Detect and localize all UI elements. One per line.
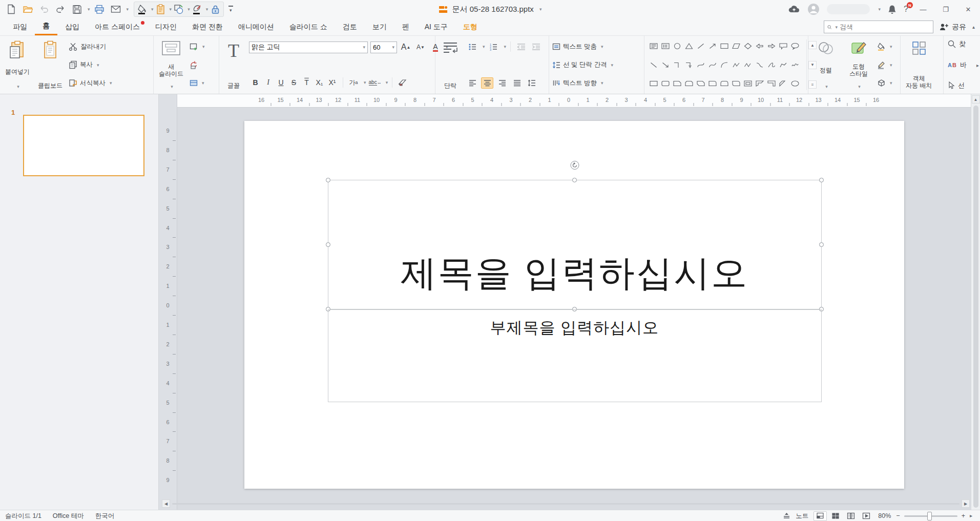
shape-arrow-2[interactable] <box>659 58 671 72</box>
shape-freeform[interactable] <box>730 58 742 72</box>
underline-button[interactable]: U <box>275 77 287 88</box>
resize-handle-w[interactable] <box>326 242 330 247</box>
copy-button[interactable]: 복사 ▾ <box>69 59 112 71</box>
menu-item-검토[interactable]: 검토 <box>335 18 365 35</box>
search-input[interactable] <box>840 23 930 31</box>
notes-label[interactable]: 노트 <box>796 512 808 520</box>
scroll-right-arrow[interactable]: ▶ <box>962 499 970 508</box>
shape-arrow[interactable] <box>706 39 718 53</box>
menu-item-AI 도구[interactable]: AI 도구 <box>417 18 455 35</box>
title-placeholder-box[interactable]: 제목을 입력하십시오 <box>328 180 822 309</box>
cloud-sync-icon[interactable] <box>788 5 800 14</box>
resize-handle-n[interactable] <box>572 178 577 182</box>
align-left-button[interactable] <box>466 77 478 89</box>
shape-s-curve[interactable] <box>754 58 765 72</box>
find-button[interactable]: 찾 <box>948 39 979 49</box>
arrange-button[interactable]: 정렬 ▾ <box>811 39 840 90</box>
text-align-button[interactable]: 텍스트 맞춤 ▾ <box>552 40 641 53</box>
character-spacing-button[interactable]: abc↔ <box>369 77 382 88</box>
fill-color-dropdown-arrow[interactable]: ▾ <box>151 7 154 12</box>
shape-curve[interactable] <box>706 58 718 72</box>
font-family-value[interactable] <box>252 44 361 51</box>
bold-button[interactable]: B <box>249 77 262 88</box>
italic-button[interactable]: I <box>262 77 275 88</box>
clipboard-button[interactable]: 클립보드 <box>36 39 65 90</box>
account-dropdown-arrow[interactable]: ▾ <box>879 7 881 12</box>
shape-effects-dropdown-arrow[interactable]: ▾ <box>890 80 892 86</box>
clipboard-tool-button[interactable] <box>154 3 168 16</box>
superscript-button[interactable]: X¹ <box>326 77 339 88</box>
scroll-up-arrow[interactable]: ▲ <box>972 95 980 103</box>
help-button[interactable]: ?N <box>904 5 908 14</box>
shape-fill-dropdown-arrow[interactable]: ▾ <box>890 44 892 49</box>
menu-item-슬라이드 쇼[interactable]: 슬라이드 쇼 <box>282 18 335 35</box>
slide-layout-button[interactable]: ▾ <box>190 40 205 53</box>
shape-tool-dropdown-arrow[interactable]: ▾ <box>187 7 190 12</box>
shape-round-same-side-rectangle[interactable] <box>718 77 730 90</box>
vertical-scroll-thumb[interactable] <box>973 106 978 508</box>
shape-style-dropdown-arrow[interactable]: ▾ <box>858 84 861 89</box>
auto-place-button[interactable]: 객체자동 배치 <box>904 39 934 90</box>
title-placeholder-text[interactable]: 제목을 입력하십시오 <box>401 249 748 309</box>
text-direction-button[interactable]: 텍스트 방향 ▾ <box>552 77 641 89</box>
slide-thumbnail[interactable] <box>23 115 144 176</box>
justify-button[interactable] <box>511 77 523 89</box>
shape-round-corner-rectangle[interactable] <box>706 77 718 90</box>
font-size-dropdown-arrow[interactable]: ▾ <box>392 45 394 50</box>
bullets-dropdown-arrow[interactable]: ▾ <box>483 44 485 49</box>
slide-sorter-view-button[interactable] <box>829 511 842 521</box>
font-family-combo[interactable]: ▾ <box>249 41 368 53</box>
new-slide-dropdown-arrow[interactable]: ▾ <box>171 84 173 89</box>
share-button[interactable]: 공유 <box>940 23 966 32</box>
shape-outline-button[interactable]: ▾ <box>877 59 892 71</box>
shape-vertical-text-box[interactable] <box>659 39 671 53</box>
shape-snip-diagonal-rectangle[interactable] <box>695 77 706 90</box>
mail-button[interactable] <box>109 3 123 16</box>
restore-button[interactable]: ❐ <box>938 2 953 17</box>
shape-diagonal-stripe[interactable] <box>777 77 789 90</box>
line-height-button[interactable] <box>526 77 538 89</box>
zoom-level[interactable]: 80% <box>878 512 891 519</box>
shape-rectangle[interactable] <box>718 39 730 53</box>
new-slide-button[interactable]: 새슬라이드 ▾ <box>157 39 185 90</box>
minimize-button[interactable]: — <box>915 2 931 17</box>
slide-section-dropdown-arrow[interactable]: ▾ <box>202 80 204 86</box>
shape-fill-button[interactable]: ▾ <box>877 40 892 53</box>
paragraph-dialog-button[interactable]: 단락 <box>439 39 462 90</box>
shape-tool-button[interactable] <box>172 3 186 16</box>
replace-button[interactable]: AB 바 <box>948 60 979 70</box>
overline-button[interactable]: T <box>300 77 313 88</box>
shape-oval-2[interactable] <box>789 77 801 90</box>
zoom-in-button[interactable]: + <box>962 512 965 519</box>
shape-half-frame[interactable] <box>754 77 765 90</box>
change-case-button[interactable]: 가a <box>347 77 360 88</box>
shape-loop[interactable] <box>765 58 777 72</box>
align-center-button[interactable] <box>481 77 493 89</box>
paste-dropdown-arrow[interactable]: ▾ <box>17 84 19 89</box>
rotation-handle[interactable] <box>570 161 579 170</box>
shape-style-button[interactable]: 도형스타일 ▾ <box>844 39 873 90</box>
search-scope-dropdown-arrow[interactable]: ▾ <box>835 25 838 30</box>
menu-item-파일[interactable]: 파일 <box>5 18 35 35</box>
bullets-button[interactable] <box>466 41 478 52</box>
horizontal-scrollbar[interactable]: ◀ ▶ <box>162 499 970 508</box>
numbering-button[interactable]: 123 <box>488 41 500 52</box>
shape-outline-dropdown-arrow[interactable]: ▾ <box>890 62 892 68</box>
redo-button[interactable] <box>53 3 68 16</box>
language-indicator[interactable]: 한국어 <box>95 512 115 520</box>
format-painter-button[interactable]: 서식복사 ▾ <box>69 77 112 89</box>
user-avatar[interactable] <box>807 3 820 15</box>
scroll-left-arrow[interactable]: ◀ <box>162 499 170 508</box>
menu-item-펜[interactable]: 펜 <box>394 18 417 35</box>
document-title-dropdown-arrow[interactable]: ▾ <box>539 7 542 12</box>
subscript-button[interactable]: X₁ <box>313 77 326 88</box>
change-case-dropdown-arrow[interactable]: ▾ <box>364 80 366 85</box>
character-spacing-dropdown-arrow[interactable]: ▾ <box>386 80 388 85</box>
mail-dropdown-arrow[interactable]: ▾ <box>127 7 129 12</box>
shape-rectangular-callout[interactable] <box>777 39 789 53</box>
font-dialog-button[interactable]: T 글꼴 <box>222 39 245 90</box>
slide-canvas[interactable]: 제목을 입력하십시오 부제목을 입력하십시 <box>177 108 971 510</box>
clear-formatting-button[interactable] <box>397 77 409 88</box>
shape-parallelogram[interactable] <box>730 39 742 53</box>
line-paragraph-spacing-button[interactable]: 선 및 단락 간격 ▾ <box>552 59 641 71</box>
